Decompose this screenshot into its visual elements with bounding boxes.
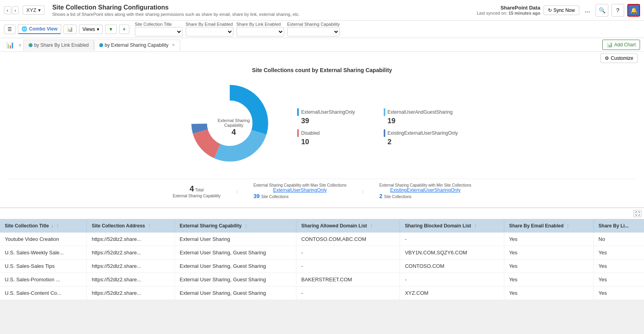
- combo-icon: 🌐: [21, 26, 27, 32]
- workspace-label: XYZ: [26, 7, 36, 13]
- customize-row: ⚙ Customize: [0, 52, 644, 63]
- cell-row3-col2: External User Sharing, Guest Sharing: [175, 273, 296, 286]
- legend-dot-red: [297, 129, 299, 137]
- chart-content: Site Collections count by External Shari…: [0, 63, 644, 207]
- cell-row3-col3: BAKERSTREET.COM: [296, 273, 400, 286]
- filter-ext-sharing: External Sharing Capability: [287, 22, 340, 36]
- legend-count-ext-guest: 19: [384, 117, 458, 125]
- col-email-label: Share By Email Enabled: [509, 223, 563, 229]
- header-bar: ‹ › XYZ ▾ Site Collection Sharing Config…: [0, 0, 644, 21]
- tab-close-icon[interactable]: ✕: [172, 43, 175, 47]
- add-chart-label: Add Chart: [614, 42, 636, 48]
- views-button[interactable]: Views ▾: [79, 25, 103, 34]
- sync-label: Last synced on:: [477, 11, 508, 15]
- cell-row4-col4: XYZ.COM: [400, 286, 504, 300]
- tab-share-link[interactable]: by Share By Link Enabled: [23, 40, 94, 51]
- sync-now-button[interactable]: ↻ Sync Now: [544, 6, 579, 15]
- col-address-menu-icon[interactable]: ⋮: [148, 224, 152, 228]
- search-button[interactable]: 🔍: [596, 4, 608, 17]
- stat-total-label: TotalExternal Sharing Capability: [173, 188, 221, 198]
- cell-row0-col3: CONTOSO.COM,ABC.COM: [296, 233, 400, 246]
- cell-row4-col5: Yes: [504, 286, 593, 300]
- cell-row3-col4: -: [400, 273, 504, 286]
- cell-row2-col6: Yes: [594, 260, 644, 273]
- cell-row4-col1: https://52dlz2.share...: [87, 286, 175, 300]
- more-options-button[interactable]: ...: [582, 6, 592, 15]
- donut-center-title: External Sharing Capability: [210, 118, 258, 128]
- cell-row0-col1: https://52dlz2.share...: [87, 233, 175, 246]
- chart-bar-icon[interactable]: 📊: [4, 39, 17, 51]
- filter-ext-sharing-select[interactable]: [287, 27, 340, 36]
- help-button[interactable]: ?: [611, 4, 624, 17]
- stat-min-link[interactable]: ExistingExternalUserSharingOnly: [379, 187, 471, 193]
- filter-ext-sharing-label: External Sharing Capability: [287, 22, 340, 27]
- nav-next-button[interactable]: ›: [12, 6, 19, 14]
- combo-view-button[interactable]: 🌐 Combo View: [18, 24, 61, 34]
- filter-site-title-select[interactable]: [135, 27, 183, 36]
- filter-button[interactable]: ▼: [105, 25, 117, 34]
- col-email-menu-icon[interactable]: ⋮: [566, 224, 570, 228]
- nav-arrows: ‹ ›: [4, 6, 19, 14]
- table-header-icons: ⛶: [0, 208, 644, 219]
- gear-icon: ⚙: [605, 55, 609, 61]
- cell-row3-col6: Yes: [594, 273, 644, 286]
- analytics-view-button[interactable]: 📊: [63, 25, 77, 34]
- filter-email-select[interactable]: [186, 27, 233, 36]
- cell-row4-col0: U.S. Sales-Content Co...: [0, 286, 87, 300]
- chart-nav-prev-button[interactable]: ‹: [17, 40, 23, 50]
- col-allowed-menu-icon[interactable]: ⋮: [369, 224, 373, 228]
- chart-legend: ExternalUserSharingOnly 39 ExternalUserA…: [297, 108, 458, 146]
- cell-row1-col4: VBY1N.COM,SQZY6.COM: [400, 246, 504, 260]
- cell-row1-col1: https://52dlz2.share...: [87, 246, 175, 260]
- stat-max-label: External Sharing Capability with Max Sit…: [254, 183, 347, 187]
- legend-dot-darkblue: [384, 129, 385, 137]
- table-view-button[interactable]: ☰: [4, 25, 15, 34]
- col-ext-sharing-menu-icon[interactable]: ⋮: [244, 224, 248, 228]
- table-row: U.S. Sales-Content Co...https://52dlz2.s…: [0, 286, 644, 300]
- notifications-button[interactable]: 🔔: [627, 4, 640, 17]
- cell-row2-col0: U.S. Sales-Sales Tips: [0, 260, 87, 273]
- analytics-icon: 📊: [67, 27, 73, 32]
- stats-bar: 4 TotalExternal Sharing Capability | Ext…: [8, 179, 636, 199]
- tab-ext-sharing[interactable]: by External Sharing Capability ✕: [94, 40, 180, 51]
- col-menu-icon[interactable]: ⋮: [56, 224, 60, 228]
- cell-row1-col2: External User Sharing, Guest Sharing: [175, 246, 296, 260]
- col-header-site-title: Site Collection Title ↓ ⋮: [0, 219, 87, 233]
- cell-row0-col5: Yes: [504, 233, 593, 246]
- nav-prev-button[interactable]: ‹: [4, 6, 11, 14]
- search-icon: 🔍: [599, 7, 606, 13]
- workspace-selector[interactable]: XYZ ▾: [23, 6, 44, 15]
- customize-button[interactable]: ⚙ Customize: [600, 53, 638, 63]
- legend-label-existing-ext: ExistingExternalUserSharingOnly: [388, 130, 458, 136]
- stat-min-value: 2: [379, 193, 383, 199]
- filter-link-select[interactable]: [236, 27, 284, 36]
- stat-total: 4 TotalExternal Sharing Capability: [173, 184, 221, 198]
- cell-row2-col3: -: [296, 260, 400, 273]
- stat-max-link[interactable]: ExternalUserSharingOnly: [254, 187, 347, 193]
- col-link-label: Share By Li...: [598, 223, 629, 229]
- legend-dot-blue: [297, 108, 299, 116]
- page-title: Site Collection Sharing Configurations: [52, 4, 473, 11]
- combo-view-label: Combo View: [29, 26, 58, 32]
- filter-email: Share By Email Enabled: [186, 22, 233, 36]
- legend-dot-lightblue: [384, 108, 385, 116]
- filter-add-button[interactable]: +: [119, 25, 129, 34]
- tab-share-link-dot: [29, 43, 33, 47]
- table-section: ⛶ Site Collection Title ↓ ⋮ Site Collect…: [0, 208, 644, 300]
- table-expand-button[interactable]: ⛶: [633, 210, 642, 217]
- chart-tabs: by Share By Link Enabled by External Sha…: [23, 40, 180, 50]
- col-blocked-menu-icon[interactable]: ⋮: [473, 224, 477, 228]
- col-header-ext-sharing: External Sharing Capability ⋮: [175, 219, 296, 233]
- sort-icon[interactable]: ↓: [51, 224, 53, 228]
- cell-row4-col3: -: [296, 286, 400, 300]
- legend-label-ext-user: ExternalUserSharingOnly: [301, 109, 355, 115]
- add-chart-button[interactable]: 📊 Add Chart: [602, 40, 640, 50]
- cell-row0-col0: Youtube Video Creation: [0, 233, 87, 246]
- filter-link-label: Share By Link Enabled: [236, 22, 284, 27]
- col-site-title-label: Site Collection Title: [5, 223, 49, 229]
- stat-min: External Sharing Capability with Min Sit…: [379, 183, 471, 199]
- header-right: SharePoint Data Last synced on: 15 minut…: [477, 4, 640, 17]
- data-source-title: SharePoint Data: [477, 5, 540, 11]
- table-row: Youtube Video Creationhttps://52dlz2.sha…: [0, 233, 644, 246]
- legend-existing-ext: ExistingExternalUserSharingOnly 2: [384, 129, 458, 146]
